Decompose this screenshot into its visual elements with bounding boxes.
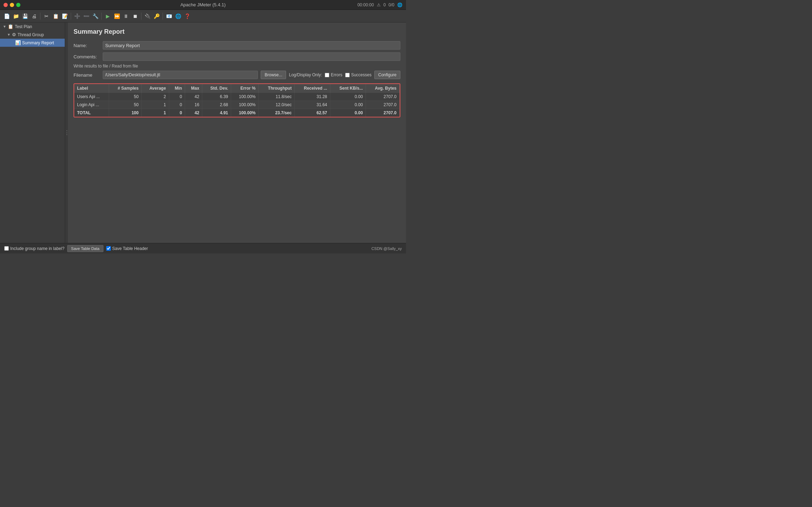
statusbar-left: Include group name in label? Save Table … [4,245,148,252]
print-icon[interactable]: 🖨 [30,12,38,20]
cell-stddev: 6.39 [202,93,231,101]
timer-display: 00:00:00 [357,2,374,7]
panel-title: Summary Report [74,28,400,36]
save-header-wrapper: Save Table Header [106,246,148,251]
copy-icon[interactable]: 📋 [52,12,59,20]
cell-average: 1 [141,101,169,109]
sidebar-item-summaryreport[interactable]: 📊 Summary Report [0,39,65,47]
cell-throughput: 23.7/sec [259,109,294,117]
cell-received: 31.64 [294,101,330,109]
save-table-button[interactable]: Save Table Data [67,245,103,252]
cell-samples: 50 [109,93,142,101]
comments-row: Comments: [74,52,400,61]
cut-icon[interactable]: ✂ [43,12,50,20]
sidebar-item-threadgroup[interactable]: ▼ ⚙ Thread Group [0,31,65,39]
cell-received: 31.28 [294,93,330,101]
col-max: Max [185,84,202,93]
toolbar-sep-2 [71,13,71,20]
results-table-container: Label # Samples Average Min Max Std. Dev… [74,83,400,117]
cell-average: 1 [141,109,169,117]
settings-icon[interactable]: 🔧 [91,12,99,20]
errors-checkbox[interactable] [325,73,329,77]
errors-label: Errors [331,72,342,77]
col-samples: # Samples [109,84,142,93]
cell-sent: 0.00 [330,109,366,117]
summaryreport-icon: 📊 [15,40,21,45]
cell-avgbytes: 2707.0 [366,109,400,117]
cell-sent: 0.00 [330,93,366,101]
log-display-section: Log/Display Only: Errors Successes [289,72,372,77]
successes-label: Successes [351,72,372,77]
sidebar-item-testplan[interactable]: ▼ 📋 Test Plan [0,23,65,31]
sidebar: ▼ 📋 Test Plan ▼ ⚙ Thread Group 📊 Summary… [0,23,65,243]
functions-icon[interactable]: 🌐 [174,12,182,20]
include-group-label: Include group name in label? [10,246,64,251]
cell-stddev: 2.68 [202,101,231,109]
paste-icon[interactable]: 📝 [61,12,69,20]
minimize-button[interactable] [10,3,14,7]
include-group-checkbox[interactable] [4,246,9,251]
pause-icon[interactable]: ⏸ [122,12,130,20]
sidebar-item-label: Test Plan [15,24,32,29]
sidebar-item-label: Summary Report [22,40,54,45]
cell-label: TOTAL [74,109,109,117]
help-icon[interactable]: ❓ [183,12,191,20]
close-button[interactable] [4,3,8,7]
table-body: Users Api ... 50 2 0 42 6.39 100.00% 11.… [74,93,400,117]
cell-samples: 100 [109,109,142,117]
titlebar-right: 00:00:00 ⚠ 0 0/0 🌐 [357,2,402,7]
col-error: Error % [231,84,259,93]
toolbar-sep-1 [40,13,40,20]
run-no-pause-icon[interactable]: ⏩ [113,12,121,20]
stop-icon[interactable]: ⏹ [131,12,139,20]
save-header-checkbox[interactable] [106,246,111,251]
name-label: Name: [74,43,100,48]
cell-max: 42 [185,93,202,101]
table-header-row: Label # Samples Average Min Max Std. Dev… [74,84,400,93]
run-icon[interactable]: ▶ [104,12,112,20]
new-icon[interactable]: 📄 [3,12,11,20]
warning-icon: ⚠ [377,2,381,7]
col-label: Label [74,84,109,93]
name-input[interactable] [103,41,400,50]
divider-handle[interactable]: ⋮ [65,23,68,243]
cell-avgbytes: 2707.0 [366,101,400,109]
clear-all-icon[interactable]: 🔑 [153,12,160,20]
successes-checkbox[interactable] [345,73,350,77]
save-icon[interactable]: 💾 [21,12,29,20]
table-row: Login Api ... 50 1 0 16 2.68 100.00% 12.… [74,101,400,109]
comments-input[interactable] [103,52,400,61]
cell-error: 100.00% [231,93,259,101]
cell-min: 0 [169,109,185,117]
open-icon[interactable]: 📁 [12,12,20,20]
toolbar: 📄 📁 💾 🖨 ✂ 📋 📝 ➕ ➖ 🔧 ▶ ⏩ ⏸ ⏹ 🔌 🔑 📧 🌐 ❓ [0,10,406,23]
arrow-icon: ▼ [3,25,6,28]
browse-button[interactable]: Browse... [261,71,286,79]
window-controls[interactable] [4,3,20,7]
col-min: Min [169,84,185,93]
globe-icon: 🌐 [397,2,402,7]
testplan-icon: 📋 [8,24,13,29]
template-icon[interactable]: 📧 [165,12,173,20]
table-row-total: TOTAL 100 1 0 42 4.91 100.00% 23.7/sec 6… [74,109,400,117]
cell-min: 0 [169,101,185,109]
threadgroup-icon: ⚙ [12,32,16,37]
filename-label: Filename [74,72,100,78]
filename-input[interactable] [103,71,258,79]
results-table: Label # Samples Average Min Max Std. Dev… [74,84,400,117]
statusbar: Include group name in label? Save Table … [0,243,406,254]
include-group-wrapper: Include group name in label? [4,246,64,251]
configure-button[interactable]: Configure [374,71,400,79]
cell-label: Login Api ... [74,101,109,109]
maximize-button[interactable] [16,3,20,7]
cell-min: 0 [169,93,185,101]
toolbar-sep-4 [141,13,141,20]
clear-icon[interactable]: 🔌 [144,12,151,20]
content-panel: Summary Report Name: Comments: Write res… [68,23,406,243]
toolbar-sep-5 [163,13,163,20]
save-header-label: Save Table Header [112,246,148,251]
arrow-placeholder [13,41,14,45]
watermark: CSDN @Sally_xy [372,246,402,251]
add-icon[interactable]: ➕ [73,12,81,20]
remove-icon[interactable]: ➖ [82,12,90,20]
